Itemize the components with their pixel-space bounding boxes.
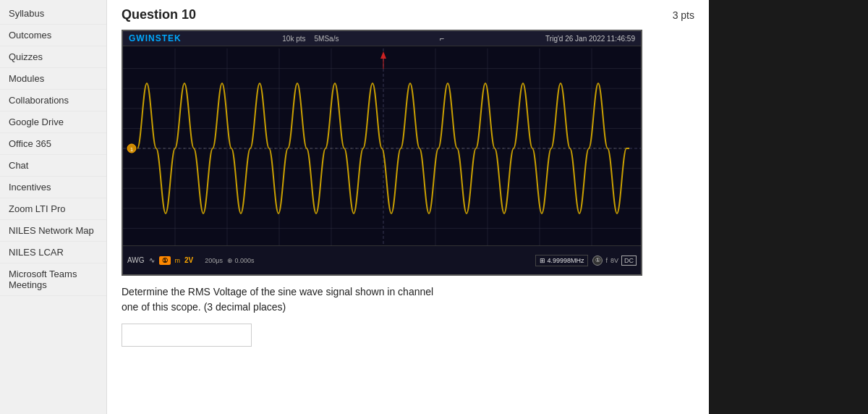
ch1-badge: ① [159, 256, 171, 265]
sidebar-item-incentives[interactable]: Incentives [0, 177, 106, 198]
sidebar-item-google-drive[interactable]: Google Drive [0, 111, 106, 133]
sidebar-item-ms-teams[interactable]: Microsoft Teams Meetings [0, 263, 106, 296]
time-offset: ⊕ 0.000s [227, 257, 255, 264]
scope-waveform-svg: 1 [123, 48, 642, 248]
sidebar-item-office365[interactable]: Office 365 [0, 133, 106, 155]
sidebar-item-outcomes[interactable]: Outcomes [0, 25, 106, 46]
ch-indicator-circle: ① [592, 255, 603, 266]
question-header: Question 10 3 pts [122, 7, 694, 22]
scope-bv: 8V [610, 257, 618, 264]
scope-info: 10k pts 5MSa/s [282, 35, 339, 43]
answer-input[interactable] [122, 324, 252, 347]
sidebar-item-chat[interactable]: Chat [0, 155, 106, 177]
oscilloscope-display: GWINSTEK 10k pts 5MSa/s ⌐ Trig'd 26 Jan … [122, 30, 642, 276]
freq-value: ⊞ 4.99998MHz [540, 257, 584, 264]
svg-text:1: 1 [130, 146, 134, 153]
scope-trig-symbol: ⌐ [440, 34, 444, 43]
sidebar-item-modules[interactable]: Modules [0, 68, 106, 90]
scope-freq-box: ⊞ 4.99998MHz [535, 255, 589, 266]
time-div-label: 200μs [205, 257, 223, 264]
main-content: Question 10 3 pts GWINSTEK 10k pts 5MSa/… [107, 0, 709, 414]
sidebar-item-niles-network[interactable]: NILES Network Map [0, 220, 106, 242]
scope-brand: GWINSTEK [129, 33, 182, 43]
awg-wave: ∿ [149, 256, 155, 264]
svg-marker-21 [380, 51, 386, 59]
scope-sample-rate: 5MSa/s [315, 35, 339, 43]
sidebar-item-niles-lcar[interactable]: NILES LCAR [0, 242, 106, 263]
sidebar-item-syllabus[interactable]: Syllabus [0, 3, 106, 25]
freq-symbol: f [605, 257, 608, 264]
question-title: Question 10 [122, 7, 196, 22]
ch1-volts-div: 2V [184, 256, 193, 264]
sidebar-item-quizzes[interactable]: Quizzes [0, 46, 106, 68]
ch1-coupling: m [175, 257, 181, 264]
awg-indicator: AWG [127, 256, 145, 264]
question-pts: 3 pts [673, 9, 694, 21]
sidebar-item-collaborations[interactable]: Collaborations [0, 90, 106, 111]
dc-badge: DC [621, 255, 637, 266]
scope-trig-label: Trig'd 26 Jan 2022 11:46:59 [545, 35, 635, 43]
sidebar: Syllabus Outcomes Quizzes Modules Collab… [0, 0, 107, 414]
scope-header: GWINSTEK 10k pts 5MSa/s ⌐ Trig'd 26 Jan … [123, 31, 641, 46]
question-text: Determine the RMS Voltage of the sine wa… [122, 284, 642, 315]
scope-bottom-bar: AWG ∿ ① m 2V 200μs ⊕ 0.000s ⊞ 4.99998MHz… [123, 245, 641, 274]
sidebar-item-zoom[interactable]: Zoom LTI Pro [0, 198, 106, 220]
right-panel [709, 0, 868, 414]
scope-bottom-right: ① f 8V DC [592, 255, 637, 266]
scope-pts: 10k pts [282, 35, 305, 43]
